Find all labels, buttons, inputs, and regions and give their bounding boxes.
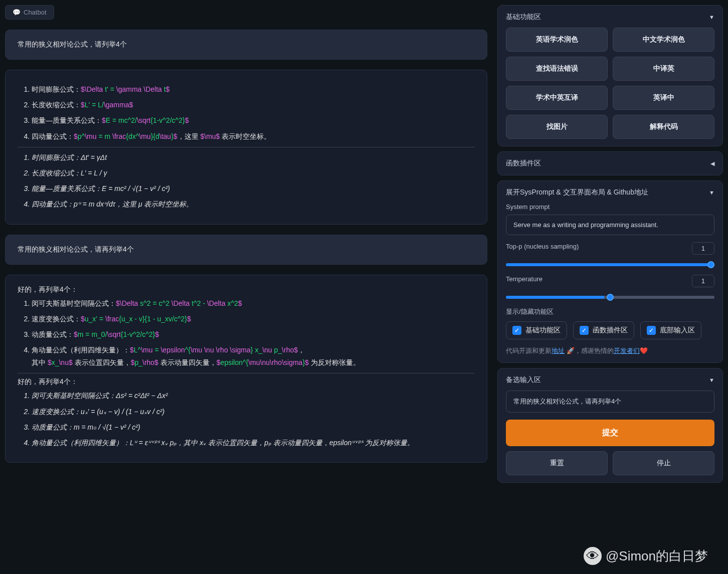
submit-button[interactable]: 提交 [506, 420, 714, 446]
formula-list-rendered: 闵可夫斯基时空间隔公式：Δs² = c²Δt² − Δx² 速度变换公式：uₓ′… [18, 390, 475, 449]
basic-function-header[interactable]: 基础功能区 ▼ [506, 13, 714, 22]
plugin-section: 函数插件区 ◀ [497, 151, 723, 175]
divider [18, 373, 475, 373]
sysprompt-header[interactable]: 展开SysPrompt & 交互界面布局 & Github地址 ▼ [506, 188, 714, 197]
footer-text: 代码开源和更新地址 🚀，感谢热情的开发者们❤️ [506, 346, 714, 355]
formula-list-rendered: 时间膨胀公式：Δt′ = γΔt 长度收缩公式：L′ = L / γ 能量—质量… [18, 151, 475, 211]
user-message: 常用的狭义相对论公式，请列举4个 [5, 30, 487, 60]
message-intro: 好的，再列举4个： [18, 285, 475, 294]
basic-function-section: 基础功能区 ▼ 英语学术润色 中文学术润色 查找语法错误 中译英 学术中英互译 … [497, 5, 723, 146]
system-prompt-label: System prompt [506, 203, 714, 211]
alt-input-header[interactable]: 备选输入区 ▼ [506, 375, 714, 385]
top-p-slider[interactable] [506, 263, 714, 266]
formula-list-raw: 时间膨胀公式：$\Delta t' = \gamma \Delta t$ 长度收… [18, 83, 475, 143]
top-p-value[interactable]: 1 [692, 242, 714, 255]
temperature-slider[interactable] [506, 296, 714, 299]
chevron-down-icon: ▼ [709, 14, 714, 20]
alt-input-section: 备选输入区 ▼ 常用的狭义相对论公式，请再列举4个 提交 重置 停止 [497, 368, 723, 483]
btn-english-polish[interactable]: 英语学术润色 [506, 28, 608, 52]
stop-button[interactable]: 停止 [613, 451, 714, 475]
chat-icon: 💬 [13, 9, 21, 16]
btn-academic-bidir[interactable]: 学术中英互译 [506, 86, 608, 110]
tab-bar: 💬 Chatbot [5, 5, 487, 20]
chevron-down-icon: ▼ [709, 189, 714, 196]
user-message: 常用的狭义相对论公式，请再列举4个 [5, 235, 487, 265]
sysprompt-section: 展开SysPrompt & 交互界面布局 & Github地址 ▼ System… [497, 180, 723, 363]
tab-label: Chatbot [24, 9, 47, 16]
divider [18, 147, 475, 147]
link-devs[interactable]: 开发者们 [614, 347, 640, 354]
sidebar: 基础功能区 ▼ 英语学术润色 中文学术润色 查找语法错误 中译英 学术中英互译 … [492, 0, 728, 574]
btn-chinese-polish[interactable]: 中文学术润色 [613, 28, 714, 52]
chk-basic[interactable]: ✓基础功能区 [506, 321, 567, 339]
system-prompt-input[interactable]: Serve me as a writing and programming as… [506, 215, 714, 235]
reset-button[interactable]: 重置 [506, 451, 608, 475]
alt-input-field[interactable]: 常用的狭义相对论公式，请再列举4个 [506, 391, 714, 413]
basic-button-grid: 英语学术润色 中文学术润色 查找语法错误 中译英 学术中英互译 英译中 找图片 … [506, 28, 714, 139]
chevron-left-icon: ◀ [710, 160, 714, 167]
check-icon: ✓ [512, 326, 521, 335]
link-repo[interactable]: 地址 [552, 347, 565, 354]
temperature-label: Temperature [506, 275, 542, 283]
message-text: 常用的狭义相对论公式，请再列举4个 [18, 245, 134, 253]
formula-list-raw: 闵可夫斯基时空间隔公式：$\Delta s^2 = c^2 \Delta t^2… [18, 297, 475, 369]
top-p-label: Top-p (nucleus sampling) [506, 243, 579, 250]
check-icon: ✓ [647, 326, 656, 335]
btn-find-image[interactable]: 找图片 [506, 115, 608, 139]
btn-zh-to-en[interactable]: 中译英 [613, 57, 714, 81]
chk-bottom-input[interactable]: ✓底部输入区 [640, 321, 701, 339]
tab-chatbot[interactable]: 💬 Chatbot [5, 5, 54, 20]
btn-grammar-check[interactable]: 查找语法错误 [506, 57, 608, 81]
chat-panel: 💬 Chatbot 常用的狭义相对论公式，请列举4个 时间膨胀公式：$\Delt… [0, 0, 492, 574]
plugin-header[interactable]: 函数插件区 ◀ [506, 159, 714, 168]
message-text: 常用的狭义相对论公式，请列举4个 [18, 40, 127, 48]
bot-message: 好的，再列举4个： 闵可夫斯基时空间隔公式：$\Delta s^2 = c^2 … [5, 275, 487, 463]
bot-message: 时间膨胀公式：$\Delta t' = \gamma \Delta t$ 长度收… [5, 70, 487, 225]
temperature-value[interactable]: 1 [692, 275, 714, 287]
check-icon: ✓ [580, 326, 589, 335]
visibility-label: 显示/隐藏功能区 [506, 307, 714, 316]
btn-en-to-zh[interactable]: 英译中 [613, 86, 714, 110]
btn-explain-code[interactable]: 解释代码 [613, 115, 714, 139]
chk-plugin[interactable]: ✓函数插件区 [573, 321, 634, 339]
chevron-down-icon: ▼ [709, 377, 714, 383]
rendered-intro: 好的，再列举4个： [18, 377, 475, 387]
